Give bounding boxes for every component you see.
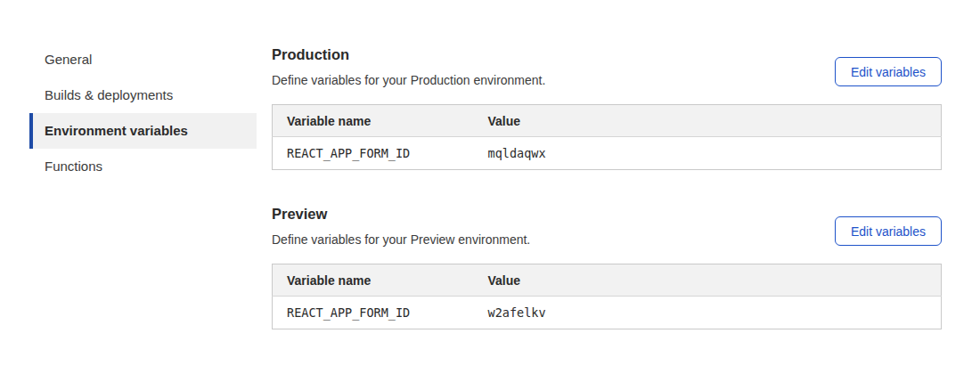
table-row: REACT_APP_FORM_ID mqldaqwx <box>273 137 942 170</box>
edit-variables-button-preview[interactable]: Edit variables <box>835 216 942 246</box>
preview-variables-table: Variable name Value REACT_APP_FORM_ID w2… <box>272 264 942 329</box>
production-variables-table: Variable name Value REACT_APP_FORM_ID mq… <box>272 104 942 170</box>
sidebar-item-general[interactable]: General <box>29 42 257 77</box>
column-header-value: Value <box>474 105 942 137</box>
settings-content: Production Define variables for your Pro… <box>272 42 942 329</box>
production-section: Production Define variables for your Pro… <box>272 45 942 170</box>
table-header-row: Variable name Value <box>273 264 942 297</box>
sidebar-item-functions[interactable]: Functions <box>29 149 257 184</box>
variable-value-cell: mqldaqwx <box>474 137 942 170</box>
settings-page: General Builds & deployments Environment… <box>0 0 980 374</box>
preview-section: Preview Define variables for your Previe… <box>272 205 942 329</box>
column-header-variable-name: Variable name <box>273 264 474 297</box>
sidebar-item-environment-variables[interactable]: Environment variables <box>29 113 257 149</box>
table-header-row: Variable name Value <box>273 105 942 137</box>
settings-sidebar: General Builds & deployments Environment… <box>29 42 257 184</box>
column-header-variable-name: Variable name <box>273 105 474 137</box>
variable-name-cell: REACT_APP_FORM_ID <box>273 297 474 329</box>
variable-name-cell: REACT_APP_FORM_ID <box>273 137 474 170</box>
column-header-value: Value <box>474 264 942 297</box>
edit-variables-button-production[interactable]: Edit variables <box>835 57 942 86</box>
table-row: REACT_APP_FORM_ID w2afelkv <box>273 297 942 329</box>
sidebar-item-builds-deployments[interactable]: Builds & deployments <box>29 77 257 113</box>
variable-value-cell: w2afelkv <box>474 297 942 329</box>
